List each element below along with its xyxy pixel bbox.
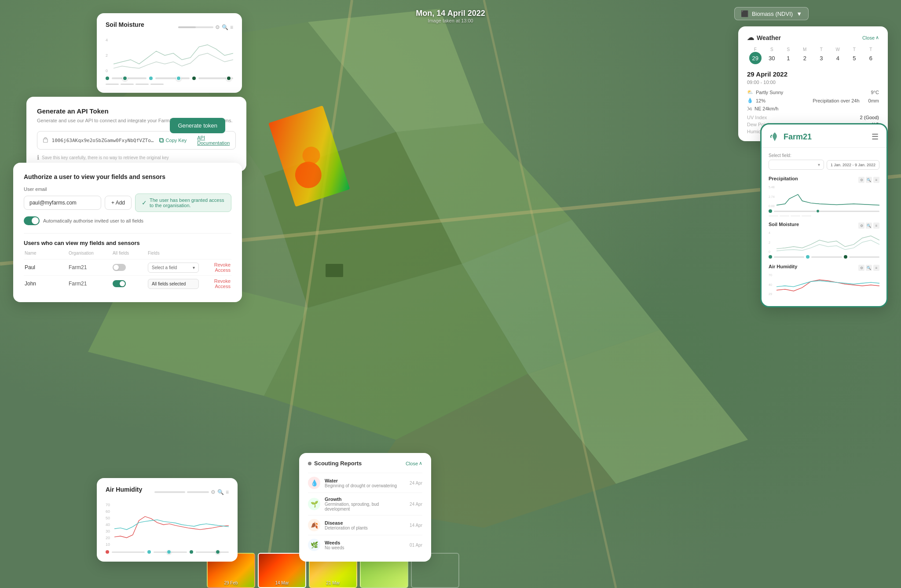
user-org-paul: Farm21 [69, 264, 113, 270]
farm21-precipitation-section: Precipitation ⚙ 🔍 ≡ 5.482.740.00 [769, 176, 879, 216]
uv-value: 2 (Good) [817, 115, 879, 120]
settings-icon[interactable]: ⚙ [215, 24, 220, 30]
weather-wind-row: 🌬 NE 24km/h [747, 106, 879, 111]
date-3[interactable]: T3 [813, 47, 830, 64]
water-desc: Beginning of drought or overwatering [325, 483, 405, 488]
date-29[interactable]: F 29 [747, 47, 764, 64]
api-token-card: Generate an API Token Generate and use o… [26, 97, 246, 172]
farm21-select-label: Select field: [769, 153, 879, 158]
ah-menu[interactable]: ≡ [873, 265, 879, 271]
api-doc-link[interactable]: API Documentation [197, 135, 230, 146]
soil-settings[interactable]: ⚙ [858, 223, 864, 229]
dropdown-arrow: ▼ [796, 11, 802, 17]
soil-moisture-title: Soil Moisture [106, 21, 144, 28]
report-disease: 🍂 Disease Deterioration of plants 14 Apr [308, 515, 422, 535]
disease-type: Disease [325, 520, 405, 526]
biomass-label: Biomass (NDVI) [752, 11, 793, 17]
soil-chart-f21 [776, 231, 879, 253]
svg-rect-17 [44, 139, 48, 142]
humidity-menu-icon[interactable]: ≡ [226, 489, 229, 495]
humidity-search-icon[interactable]: 🔍 [217, 489, 224, 495]
report-weeds: 🌿 Weeds No weeds 01 Apr [308, 535, 422, 555]
date-30[interactable]: S30 [764, 47, 780, 64]
prec-search[interactable]: 🔍 [866, 177, 872, 183]
copy-icon [159, 138, 164, 143]
precipitation-row: Precipitation over 24h 0mm [813, 98, 879, 103]
humidity-settings-icon[interactable]: ⚙ [211, 489, 216, 495]
farm21-field-select[interactable]: ▾ [769, 160, 824, 170]
user-name-john: John [25, 281, 69, 287]
generate-token-button[interactable]: Generate token [170, 118, 225, 133]
farm21-app-card: Farm21 ☰ Select field: ▾ 1 Jan. 2022 - 9… [760, 123, 888, 307]
copy-key-button[interactable]: Copy Key [159, 138, 187, 143]
thumb-14mar[interactable]: 14 Mar [258, 553, 306, 588]
token-value: 1006j63AKqx9e2oSbZGamw0FxyNbQfVZToqUoNxY… [52, 138, 155, 143]
soil-chart-controls-top: ⚙ 🔍 ≡ [178, 24, 233, 30]
date-1[interactable]: S1 [780, 47, 797, 64]
farm21-select-arrow: ▾ [818, 162, 820, 167]
add-button[interactable]: + Add [105, 196, 132, 210]
users-section-title: Users who can view my fields and sensors [24, 240, 231, 246]
weather-close-button[interactable]: Close ∧ [862, 35, 879, 40]
scouting-close-button[interactable]: Close ∧ [406, 460, 422, 466]
email-input[interactable] [24, 196, 101, 210]
paul-revoke-button[interactable]: Revoke Access [199, 262, 231, 273]
growth-desc: Germination, sprouting, bud development [325, 502, 405, 511]
date-6[interactable]: T6 [863, 47, 879, 64]
growth-info: Growth Germination, sprouting, bud devel… [325, 497, 405, 511]
col-fields: Fields [148, 251, 231, 256]
soil-search[interactable]: 🔍 [866, 223, 872, 229]
uv-label: UV Index [747, 115, 809, 120]
john-revoke-button[interactable]: Revoke Access [199, 278, 231, 289]
menu-icon[interactable]: ≡ [230, 24, 233, 30]
soil-menu[interactable]: ≡ [873, 223, 879, 229]
air-humidity-card: Air Humidity ⚙ 🔍 ≡ 70605040302010 [97, 478, 238, 562]
weeds-type: Weeds [325, 540, 405, 545]
weeds-info: Weeds No weeds [325, 540, 405, 550]
farm21-date-range: 1 Jan. 2022 - 9 Jan. 2022 [827, 160, 879, 170]
humidity-icon: 💧 [747, 98, 753, 103]
farm21-body: Select field: ▾ 1 Jan. 2022 - 9 Jan. 202… [762, 148, 886, 306]
biomass-dropdown[interactable]: ⬛ Biomass (NDVI) ▼ [734, 7, 809, 20]
date-nav: F 29 S30 S1 M2 T3 W4 T5 T6 [747, 47, 879, 64]
prec-menu[interactable]: ≡ [873, 177, 879, 183]
col-org: Organisation [69, 251, 113, 256]
ah-settings[interactable]: ⚙ [858, 265, 864, 271]
farm21-logo-icon [769, 131, 780, 142]
prec-settings[interactable]: ⚙ [858, 177, 864, 183]
growth-date: 24 Apr [410, 502, 422, 507]
users-table-header: Name Organisation All fields Fields [24, 251, 231, 256]
weeds-icon: 🌿 [308, 539, 320, 551]
users-table: Name Organisation All fields Fields Paul… [24, 251, 231, 292]
date-2[interactable]: M2 [797, 47, 813, 64]
paul-field-select[interactable]: Select a field ▾ [148, 263, 199, 273]
soil-moisture-title-f21: Soil Moisture [769, 222, 799, 227]
air-humidity-title: Air Humidity [106, 486, 142, 493]
farm21-menu-icon[interactable]: ☰ [872, 132, 879, 142]
farm21-logo: Farm21 [769, 131, 812, 142]
ah-search[interactable]: 🔍 [866, 265, 872, 271]
thumb-label-14mar: 14 Mar [259, 581, 305, 585]
weather-humidity-row: 💧 12% Precipitation over 24h 0mm [747, 98, 879, 103]
auto-authorize-toggle-row: Automatically authorise invited user to … [24, 216, 231, 225]
paul-toggle[interactable] [113, 264, 126, 271]
ah-chart-f21 [776, 274, 879, 296]
search-icon[interactable]: 🔍 [222, 24, 228, 30]
scouting-reports-card: Scouting Reports Close ∧ 💧 Water Beginni… [299, 453, 431, 562]
weather-icon: ☁ [747, 33, 754, 42]
humidity-pct: 12% [756, 98, 765, 103]
api-note: ℹ Save this key carefully, there is no w… [37, 154, 236, 161]
map-header: Mon, 14 April 2022 Image taken at 13:00 [416, 9, 485, 23]
weather-title: ☁ Weather [747, 33, 781, 42]
auto-authorize-toggle[interactable] [24, 216, 40, 225]
date-4[interactable]: W4 [830, 47, 846, 64]
growth-type: Growth [325, 497, 405, 502]
disease-info: Disease Deterioration of plants [325, 520, 405, 530]
weather-header: ☁ Weather Close ∧ [747, 33, 879, 42]
soil-moisture-top-card: Soil Moisture ⚙ 🔍 ≡ 420 [97, 13, 242, 93]
thumb-label-21mar: 21 Mar [310, 581, 356, 585]
weeds-desc: No weeds [325, 545, 405, 550]
john-toggle[interactable] [113, 280, 126, 287]
toggle-label: Automatically authorise invited user to … [43, 218, 143, 223]
date-5[interactable]: T5 [846, 47, 863, 64]
